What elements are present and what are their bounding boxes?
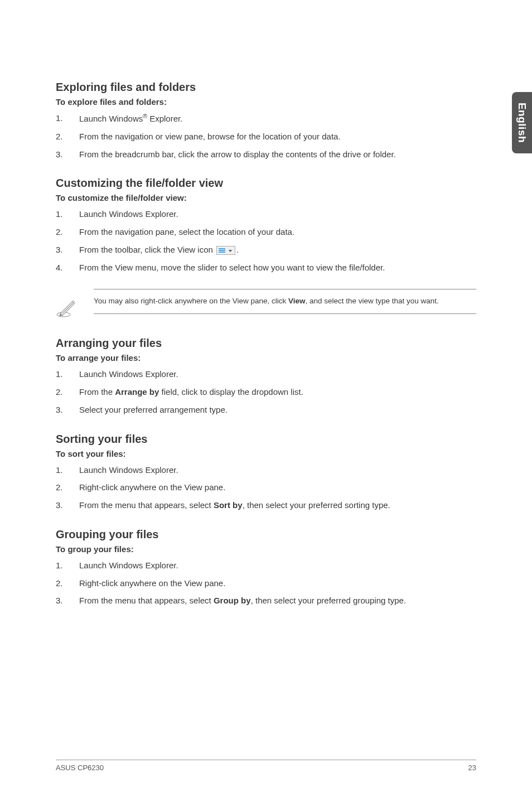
step-text: From the navigation or view pane, browse… bbox=[79, 132, 341, 141]
step-bold: Sort by bbox=[214, 500, 243, 510]
steps-customizing: Launch Windows Explorer. From the naviga… bbox=[56, 208, 476, 273]
list-item: From the Arrange by field, click to disp… bbox=[56, 386, 476, 398]
list-item: From the navigation or view pane, browse… bbox=[56, 131, 476, 143]
subhead-grouping: To group your files: bbox=[56, 544, 476, 554]
step-text: From the View menu, move the slider to s… bbox=[79, 263, 385, 272]
step-text: Explorer. bbox=[147, 114, 182, 123]
pencil-icon bbox=[56, 296, 78, 320]
step-text: , then select your preferred grouping ty… bbox=[251, 596, 407, 605]
steps-arranging: Launch Windows Explorer. From the Arrang… bbox=[56, 368, 476, 416]
subhead-arranging: To arrange your files: bbox=[56, 353, 476, 363]
list-item: Launch Windows Explorer. bbox=[56, 559, 476, 572]
step-text: field, click to display the dropdown lis… bbox=[159, 387, 303, 397]
footer-product: ASUS CP6230 bbox=[56, 764, 104, 772]
list-item: Launch Windows Explorer. bbox=[56, 208, 476, 220]
step-text: Launch Windows Explorer. bbox=[79, 209, 178, 219]
step-bold: Group by bbox=[214, 596, 251, 605]
heading-sorting: Sorting your files bbox=[56, 433, 476, 446]
list-item: From the View menu, move the slider to s… bbox=[56, 262, 476, 274]
language-tab: English bbox=[512, 92, 532, 153]
heading-grouping: Grouping your files bbox=[56, 528, 476, 541]
step-text: Launch Windows bbox=[79, 114, 143, 123]
section-exploring: Exploring files and folders To explore f… bbox=[56, 81, 476, 160]
section-grouping: Grouping your files To group your files:… bbox=[56, 528, 476, 607]
section-arranging: Arranging your files To arrange your fil… bbox=[56, 337, 476, 416]
step-text: From the bbox=[79, 387, 115, 397]
step-text: From the menu that appears, select bbox=[79, 596, 214, 605]
step-text: From the menu that appears, select bbox=[79, 500, 214, 510]
heading-arranging: Arranging your files bbox=[56, 337, 476, 350]
step-text: , then select your preferred sorting typ… bbox=[243, 500, 390, 510]
heading-exploring: Exploring files and folders bbox=[56, 81, 476, 94]
list-item: Select your preferred arrangement type. bbox=[56, 404, 476, 416]
note-text-part: , and select the view type that you want… bbox=[305, 297, 438, 305]
step-text: From the toolbar, click the View icon bbox=[79, 245, 215, 254]
note: You may also right-click anywhere on the… bbox=[56, 289, 476, 320]
list-item: Right-click anywhere on the View pane. bbox=[56, 481, 476, 494]
list-item: Launch Windows Explorer. bbox=[56, 368, 476, 380]
section-sorting: Sorting your files To sort your files: L… bbox=[56, 433, 476, 511]
steps-exploring: Launch Windows® Explorer. From the navig… bbox=[56, 112, 476, 160]
step-text: From the breadcrumb bar, click the arrow… bbox=[79, 149, 396, 159]
heading-customizing: Customizing the file/folder view bbox=[56, 177, 476, 190]
list-item: From the navigation pane, select the loc… bbox=[56, 226, 476, 238]
page-footer: ASUS CP6230 23 bbox=[56, 760, 476, 772]
step-text: Right-click anywhere on the View pane. bbox=[79, 482, 225, 492]
step-text: . bbox=[236, 245, 239, 254]
list-item: From the breadcrumb bar, click the arrow… bbox=[56, 148, 476, 161]
note-text: You may also right-click anywhere on the… bbox=[94, 289, 476, 314]
page-content: Exploring files and folders To explore f… bbox=[0, 0, 532, 607]
svg-line-3 bbox=[62, 301, 75, 313]
step-text: Launch Windows Explorer. bbox=[79, 465, 178, 475]
step-bold: Arrange by bbox=[115, 387, 159, 397]
list-item: Launch Windows Explorer. bbox=[56, 464, 476, 476]
step-text: From the navigation pane, select the loc… bbox=[79, 227, 294, 236]
list-item: Right-click anywhere on the View pane. bbox=[56, 577, 476, 590]
list-item: Launch Windows® Explorer. bbox=[56, 112, 476, 125]
list-item: From the menu that appears, select Sort … bbox=[56, 499, 476, 511]
steps-grouping: Launch Windows Explorer. Right-click any… bbox=[56, 559, 476, 607]
note-text-part: You may also right-click anywhere on the… bbox=[94, 297, 288, 305]
subhead-sorting: To sort your files: bbox=[56, 449, 476, 458]
view-icon bbox=[216, 246, 235, 255]
language-tab-label: English bbox=[516, 103, 528, 143]
list-item: From the menu that appears, select Group… bbox=[56, 595, 476, 607]
subhead-customizing: To customize the file/folder view: bbox=[56, 193, 476, 202]
section-customizing: Customizing the file/folder view To cust… bbox=[56, 177, 476, 320]
step-text: Right-click anywhere on the View pane. bbox=[79, 578, 225, 588]
registered-mark: ® bbox=[143, 113, 147, 119]
page-number: 23 bbox=[468, 764, 476, 772]
step-text: Select your preferred arrangement type. bbox=[79, 405, 228, 414]
step-text: Launch Windows Explorer. bbox=[79, 561, 178, 570]
list-item: From the toolbar, click the View icon . bbox=[56, 244, 476, 256]
note-bold: View bbox=[288, 297, 306, 305]
steps-sorting: Launch Windows Explorer. Right-click any… bbox=[56, 464, 476, 511]
subhead-exploring: To explore files and folders: bbox=[56, 97, 476, 107]
step-text: Launch Windows Explorer. bbox=[79, 369, 178, 379]
